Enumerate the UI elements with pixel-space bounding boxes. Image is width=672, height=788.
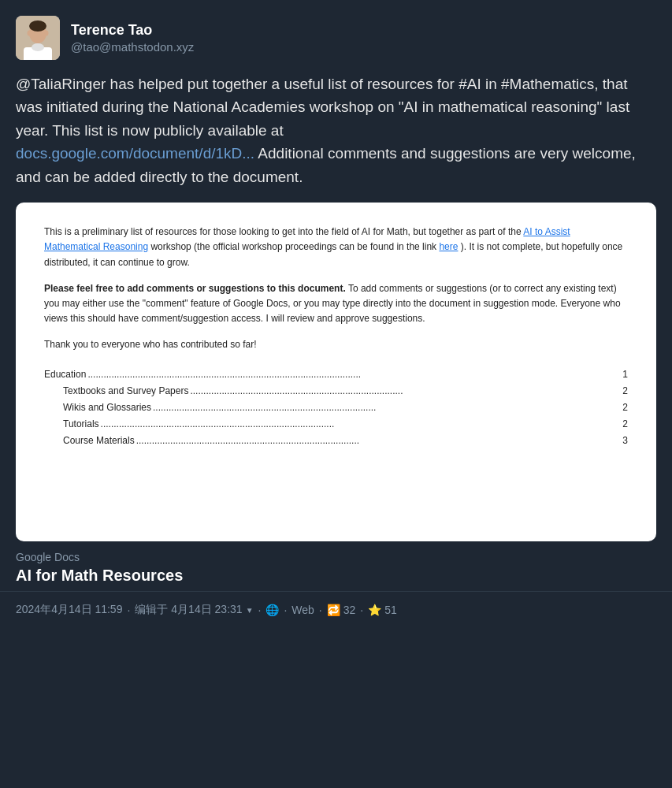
chevron-down-icon[interactable]: ▼ (246, 606, 254, 615)
footer-platform: Web (291, 604, 314, 616)
doc-bold-section: Please feel free to add comments or sugg… (44, 281, 628, 327)
link-card-bottom[interactable]: Google Docs AI for Math Resources (0, 541, 672, 591)
toc-label: Wikis and Glossaries (63, 400, 151, 415)
footer-dot-3: · (284, 604, 287, 616)
globe-icon: 🌐 (265, 604, 279, 616)
link-source-label: Google Docs (16, 551, 656, 563)
toc-label: Course Materials (63, 433, 135, 448)
footer-edited: 编辑于 4月14日 23:31 ▼ (135, 603, 253, 617)
footer-dot-2: · (258, 604, 262, 616)
toc-row-textbooks: Textbooks and Survey Papers ............… (44, 384, 628, 399)
star-action[interactable]: ⭐ 51 (368, 604, 397, 616)
svg-point-4 (32, 43, 44, 51)
link-title: AI for Math Resources (16, 567, 656, 585)
post-footer: 2024年4月14日 11:59 · 编辑于 4月14日 23:31 ▼ · 🌐… (0, 591, 672, 628)
svg-point-6 (45, 31, 49, 36)
toc-row-tutorials: Tutorials ..............................… (44, 417, 628, 432)
post-body: @TaliaRinger has helped put together a u… (16, 72, 656, 188)
svg-point-2 (29, 20, 46, 32)
google-docs-link[interactable]: docs.google.com/document/d/1kD... (16, 145, 254, 162)
author-row: Terence Tao @tao@mathstodon.xyz (16, 16, 656, 60)
post-text-part1: @TaliaRinger has helped put together a u… (16, 76, 629, 139)
post-container: Terence Tao @tao@mathstodon.xyz @TaliaRi… (0, 0, 672, 541)
star-icon: ⭐ (368, 604, 381, 616)
footer-dot-5: · (360, 604, 363, 616)
table-of-contents: Education ..............................… (44, 367, 628, 449)
toc-row-education: Education ..............................… (44, 367, 628, 382)
retweet-icon: 🔁 (327, 604, 340, 616)
avatar (16, 16, 60, 60)
footer-dot-1: · (127, 604, 130, 616)
doc-thank-you: Thank you to everyone who has contribute… (44, 337, 628, 352)
svg-point-5 (28, 31, 32, 36)
toc-label: Textbooks and Survey Papers (63, 384, 188, 399)
toc-label: Education (44, 367, 86, 382)
footer-dot-4: · (319, 604, 322, 616)
retweet-action[interactable]: 🔁 32 (327, 604, 356, 616)
author-name: Terence Tao (71, 22, 194, 39)
author-info: Terence Tao @tao@mathstodon.xyz (71, 22, 194, 54)
toc-row-course-materials: Course Materials .......................… (44, 433, 628, 448)
edited-label: 编辑于 (135, 603, 168, 617)
edited-date: 4月14日 23:31 (171, 603, 242, 617)
footer-timestamp: 2024年4月14日 11:59 (16, 603, 122, 617)
toc-label: Tutorials (63, 417, 99, 432)
toc-row-wikis: Wikis and Glossaries ...................… (44, 400, 628, 415)
author-handle: @tao@mathstodon.xyz (71, 40, 194, 54)
doc-intro-text: This is a preliminary list of resources … (44, 225, 628, 270)
star-count: 51 (384, 604, 397, 616)
retweet-count: 32 (343, 604, 356, 616)
here-link[interactable]: here (439, 241, 458, 252)
document-preview-card[interactable]: This is a preliminary list of resources … (16, 203, 656, 541)
